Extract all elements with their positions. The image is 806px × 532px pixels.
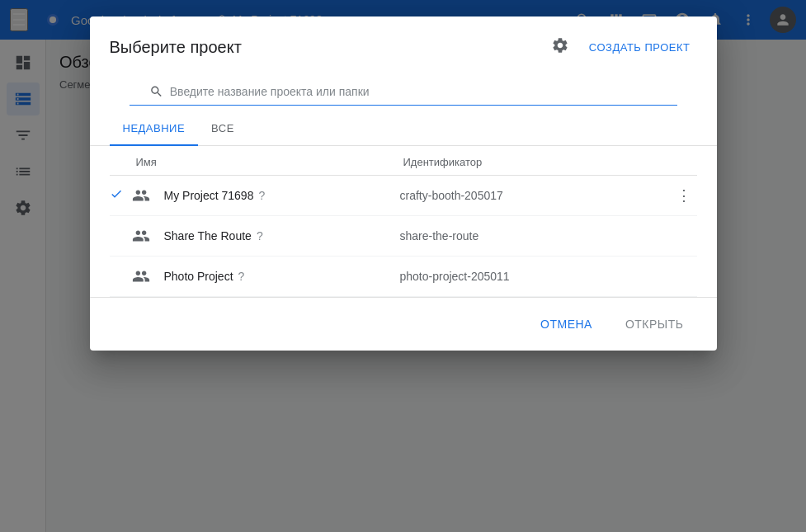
help-tooltip-icon[interactable]: ?	[258, 189, 265, 202]
modal-overlay: Выберите проект СОЗДАТЬ ПРОЕКТ НЕДА	[0, 0, 806, 532]
table-header: Имя Идентификатор	[110, 146, 697, 176]
people-icon	[132, 227, 150, 245]
col-id-header: Идентификатор	[403, 156, 671, 168]
cancel-button[interactable]: ОТМЕНА	[527, 311, 606, 337]
tab-recent[interactable]: НЕДАВНИЕ	[110, 112, 199, 146]
table-row[interactable]: My Project 71698 ? crafty-booth-205017 ⋮	[110, 176, 697, 216]
table-row[interactable]: Photo Project ? photo-project-205011	[110, 257, 697, 297]
dialog-footer: ОТМЕНА ОТКРЫТЬ	[90, 297, 717, 351]
gear-icon	[551, 36, 569, 54]
project-dialog: Выберите проект СОЗДАТЬ ПРОЕКТ НЕДА	[90, 16, 717, 351]
search-field-wrapper	[130, 72, 677, 106]
project-id: crafty-booth-205017	[400, 189, 671, 202]
project-name: Photo Project	[164, 270, 233, 283]
dialog-header-actions: СОЗДАТЬ ПРОЕКТ	[548, 33, 697, 62]
project-id: photo-project-205011	[400, 270, 671, 283]
search-icon	[149, 84, 163, 99]
project-name-cell: Share The Route ?	[130, 224, 400, 247]
people-icon	[132, 267, 150, 285]
help-tooltip-icon[interactable]: ?	[257, 229, 263, 242]
row-more-button[interactable]: ⋮	[671, 186, 697, 205]
open-button[interactable]: ОТКРЫТЬ	[612, 311, 697, 337]
search-input[interactable]	[170, 78, 658, 105]
dialog-header: Выберите проект СОЗДАТЬ ПРОЕКТ	[90, 16, 717, 68]
dialog-tabs: НЕДАВНИЕ ВСЕ	[90, 112, 717, 146]
help-tooltip-icon[interactable]: ?	[238, 270, 245, 283]
tab-all[interactable]: ВСЕ	[198, 112, 247, 146]
project-name: My Project 71698	[164, 189, 254, 202]
project-icon	[130, 184, 153, 207]
manage-resources-button[interactable]	[548, 33, 573, 62]
project-name-cell: My Project 71698 ?	[130, 184, 400, 207]
checkmark-icon	[110, 187, 123, 200]
project-id: share-the-route	[400, 229, 671, 242]
project-icon	[130, 265, 153, 288]
projects-table: Имя Идентификатор My Proje	[90, 146, 717, 297]
project-icon	[130, 224, 153, 247]
table-row[interactable]: Share The Route ? share-the-route	[110, 216, 697, 257]
dialog-title: Выберите проект	[110, 38, 242, 57]
row-selected-check	[110, 187, 130, 204]
search-container	[90, 68, 717, 106]
project-name-cell: Photo Project ?	[130, 265, 400, 288]
project-name: Share The Route	[164, 229, 252, 242]
create-project-button[interactable]: СОЗДАТЬ ПРОЕКТ	[582, 38, 697, 57]
people-icon	[132, 186, 150, 205]
col-name-header: Имя	[136, 156, 403, 168]
